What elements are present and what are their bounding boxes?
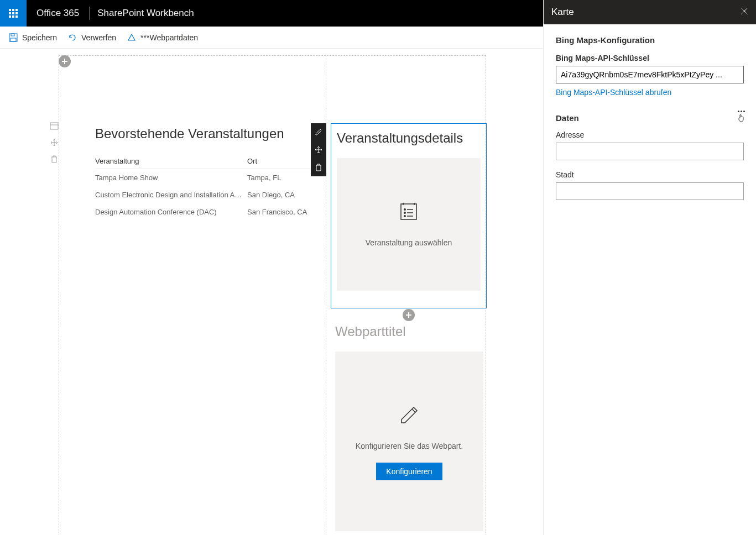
webpart-edit-button[interactable] [311, 123, 326, 141]
section-edit-button[interactable] [48, 119, 61, 133]
pane-header: Karte [544, 0, 756, 24]
details-title: Veranstaltungsdetails [337, 130, 481, 146]
city-label: Stadt [556, 170, 744, 179]
cell-event: Custom Electronic Design and Installatio… [95, 191, 247, 199]
map-placeholder: Konfigurieren Sie das Webpart. Konfiguri… [335, 352, 483, 531]
triangle-icon [127, 33, 136, 42]
section-delete-button[interactable] [48, 153, 61, 166]
layout-icon [50, 122, 59, 130]
cell-location: San Francisco, CA [247, 208, 314, 216]
details-placeholder-text: Veranstaltung auswählen [366, 238, 452, 247]
col-header-event[interactable]: Veranstaltung [95, 157, 247, 165]
section-toolbar [48, 119, 61, 166]
app-title: SharePoint Workbench [90, 8, 202, 19]
webpart-delete-button[interactable] [311, 159, 326, 176]
events-title: Bevorstehende Veranstaltungen [95, 126, 314, 141]
webpart-move-button[interactable] [311, 141, 326, 159]
col-header-location[interactable]: Ort [247, 157, 314, 165]
table-row[interactable]: Custom Electronic Design and Installatio… [95, 186, 314, 203]
move-icon [50, 139, 58, 146]
discard-label: Verwerfen [81, 33, 116, 42]
map-placeholder-text: Konfigurieren Sie das Webpart. [356, 442, 463, 450]
cell-event: Tampa Home Show [95, 174, 247, 182]
svg-rect-1 [11, 34, 14, 36]
svg-point-13 [404, 212, 405, 213]
more-icon [738, 111, 745, 112]
svg-rect-10 [401, 204, 416, 219]
add-section-button-top[interactable] [59, 55, 71, 67]
webpart-data-label: ***Webpartdaten [140, 33, 198, 42]
trash-icon [315, 164, 322, 171]
pencil-icon [315, 128, 322, 136]
webpart-data-button[interactable]: ***Webpartdaten [122, 27, 204, 49]
table-row[interactable]: Design Automation Conference (DAC) San F… [95, 203, 314, 221]
trash-icon [50, 155, 58, 163]
api-key-label: Bing Maps-API-Schlüssel [556, 54, 744, 62]
pencil-icon [397, 403, 421, 427]
close-icon [741, 7, 748, 15]
svg-rect-2 [11, 38, 16, 41]
discard-button[interactable]: Verwerfen [62, 27, 122, 49]
section-move-button[interactable] [48, 136, 61, 149]
api-key-link[interactable]: Bing Maps-API-Schlüssel abrufen [556, 88, 671, 97]
address-label: Adresse [556, 130, 744, 139]
address-input[interactable] [556, 143, 744, 160]
events-table: Veranstaltung Ort Tampa Home Show Tampa,… [95, 154, 314, 221]
cursor-hand-icon [737, 113, 745, 122]
svg-point-11 [404, 209, 405, 210]
svg-point-15 [404, 216, 405, 217]
property-pane: Karte Bing Maps-Konfiguration Bing Maps-… [543, 0, 756, 535]
events-webpart: Bevorstehende Veranstaltungen Veranstalt… [95, 126, 314, 221]
map-webpart-title[interactable]: Webparttitel [335, 324, 483, 339]
cell-location: Tampa, FL [247, 174, 314, 182]
save-button[interactable]: Speichern [3, 27, 62, 49]
save-label: Speichern [22, 33, 57, 42]
table-row[interactable]: Tampa Home Show Tampa, FL [95, 169, 314, 186]
svg-line-17 [412, 409, 415, 412]
waffle-icon [9, 9, 18, 18]
pane-title: Karte [551, 7, 574, 18]
configure-button[interactable]: Konfigurieren [376, 463, 442, 480]
section-bing-config: Bing Maps-Konfiguration [556, 35, 744, 45]
pane-close-button[interactable] [741, 7, 748, 18]
list-icon [399, 202, 419, 222]
city-input[interactable] [556, 182, 744, 200]
webpart-toolbar [311, 123, 326, 176]
table-header: Veranstaltung Ort [95, 154, 314, 169]
map-webpart: Webparttitel Konfigurieren Sie das Webpa… [335, 324, 483, 531]
save-icon [9, 33, 18, 42]
brand-label: Office 365 [27, 8, 89, 19]
add-webpart-button-mid[interactable] [403, 309, 415, 321]
api-key-input[interactable] [556, 66, 744, 83]
svg-rect-8 [50, 123, 58, 129]
move-icon [315, 146, 322, 154]
event-details-webpart[interactable]: Veranstaltungsdetails Veranstaltung ausw… [331, 123, 487, 308]
app-launcher-button[interactable] [0, 0, 27, 27]
cell-event: Design Automation Conference (DAC) [95, 208, 247, 216]
undo-icon [68, 33, 77, 42]
details-placeholder: Veranstaltung auswählen [337, 158, 481, 291]
section-data: Daten [556, 113, 744, 123]
more-options-button[interactable] [737, 111, 745, 122]
cell-location: San Diego, CA [247, 191, 314, 199]
